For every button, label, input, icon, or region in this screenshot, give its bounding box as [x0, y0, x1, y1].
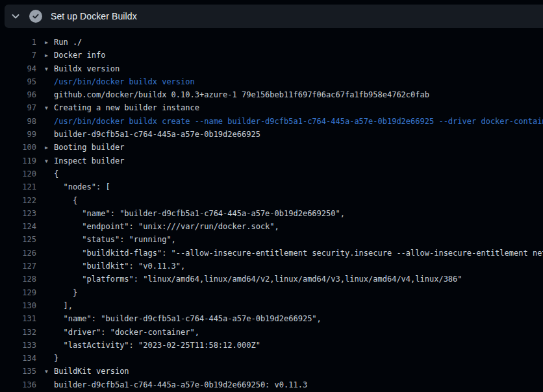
group-row-body[interactable]: ▼Inspect builder — [45, 154, 124, 167]
log-group-row[interactable]: 1▶Run ./ — [0, 36, 543, 49]
line-number[interactable]: 100 — [0, 141, 36, 154]
expand-group-icon[interactable]: ▶ — [45, 36, 54, 49]
line-number[interactable]: 133 — [0, 339, 36, 352]
log-group-row[interactable]: 100▶Booting builder — [0, 141, 543, 154]
log-text: ], — [45, 299, 73, 312]
log-group-row[interactable]: 119▼Inspect builder — [0, 154, 543, 167]
line-number[interactable]: 124 — [0, 220, 36, 233]
log-lines: 1▶Run ./7▶Docker info94▼Buildx version95… — [0, 28, 543, 392]
command-text: /usr/bin/docker buildx create --name bui… — [45, 115, 543, 128]
group-title: Booting builder — [54, 143, 124, 152]
log-line-row: 128 "platforms": "linux/amd64,linux/amd6… — [0, 273, 543, 286]
log-line-row: 98/usr/bin/docker buildx create --name b… — [0, 115, 543, 128]
log-text: } — [45, 352, 58, 365]
log-text: "buildkit": "v0.11.3", — [45, 260, 185, 273]
step-title: Set up Docker Buildx — [51, 11, 137, 21]
collapse-group-icon[interactable]: ▼ — [45, 155, 54, 167]
log-line-row: 124 "endpoint": "unix:///var/run/docker.… — [0, 220, 543, 233]
group-title: Run ./ — [54, 38, 82, 47]
collapse-group-icon[interactable]: ▼ — [45, 63, 54, 75]
line-number[interactable]: 136 — [0, 378, 36, 391]
log-group-row[interactable]: 94▼Buildx version — [0, 62, 543, 75]
line-number[interactable]: 95 — [0, 75, 36, 88]
log-line-row: 99builder-d9cfb5a1-c764-445a-a57e-0b19d2… — [0, 128, 543, 141]
line-number[interactable]: 98 — [0, 115, 36, 128]
log-text: { — [45, 167, 58, 180]
log-line-row: 125 "status": "running", — [0, 233, 543, 246]
group-title: Docker info — [54, 51, 105, 60]
log-text: "name": "builder-d9cfb5a1-c764-445a-a57e… — [45, 207, 345, 220]
group-row-body[interactable]: ▼Buildx version — [45, 62, 120, 75]
log-line-row: 121 "nodes": [ — [0, 180, 543, 193]
group-row-body[interactable]: ▼Creating a new builder instance — [45, 101, 199, 114]
log-text: "lastActivity": "2023-02-25T11:58:12.000… — [45, 339, 260, 352]
log-text: "name": "builder-d9cfb5a1-c764-445a-a57e… — [45, 312, 322, 325]
log-line-row: 131 "name": "builder-d9cfb5a1-c764-445a-… — [0, 312, 543, 325]
group-title: Creating a new builder instance — [54, 103, 199, 112]
collapse-group-icon[interactable]: ▼ — [45, 102, 54, 114]
log-line-row: 132 "driver": "docker-container", — [0, 326, 543, 339]
log-text: builder-d9cfb5a1-c764-445a-a57e-0b19d2e6… — [45, 378, 307, 391]
line-number[interactable]: 130 — [0, 299, 36, 312]
log-line-row: 126 "buildkitd-flags": "--allow-insecure… — [0, 247, 543, 260]
group-row-body[interactable]: ▼BuildKit version — [45, 365, 129, 378]
command-text: /usr/bin/docker buildx version — [45, 75, 195, 88]
line-number[interactable]: 121 — [0, 180, 36, 193]
line-number[interactable]: 97 — [0, 101, 36, 114]
log-line-row: 96github.com/docker/buildx 0.10.3+azure-… — [0, 88, 543, 101]
group-title: Inspect builder — [54, 156, 124, 165]
line-number[interactable]: 1 — [0, 36, 36, 49]
line-number[interactable]: 125 — [0, 233, 36, 246]
chevron-down-icon[interactable] — [10, 11, 21, 21]
log-text: "endpoint": "unix:///var/run/docker.sock… — [45, 220, 279, 233]
log-text: github.com/docker/buildx 0.10.3+azure-1 … — [45, 88, 429, 101]
log-text: builder-d9cfb5a1-c764-445a-a57e-0b19d2e6… — [45, 128, 260, 141]
log-text: "driver": "docker-container", — [45, 326, 199, 339]
line-number[interactable]: 126 — [0, 247, 36, 260]
log-text: { — [45, 194, 77, 207]
line-number[interactable]: 127 — [0, 260, 36, 273]
group-row-body[interactable]: ▶Docker info — [45, 49, 105, 62]
log-line-row: 123 "name": "builder-d9cfb5a1-c764-445a-… — [0, 207, 543, 220]
expand-group-icon[interactable]: ▶ — [45, 141, 54, 154]
line-number[interactable]: 96 — [0, 88, 36, 101]
log-line-row: 133 "lastActivity": "2023-02-25T11:58:12… — [0, 339, 543, 352]
line-number[interactable]: 135 — [0, 365, 36, 378]
log-group-row[interactable]: 7▶Docker info — [0, 49, 543, 62]
log-line-row: 134} — [0, 352, 543, 365]
log-text: } — [45, 286, 77, 299]
step-header[interactable]: Set up Docker Buildx — [5, 5, 543, 28]
check-circle-icon — [29, 10, 42, 23]
line-number[interactable]: 119 — [0, 154, 36, 167]
line-number[interactable]: 123 — [0, 207, 36, 220]
line-number[interactable]: 131 — [0, 312, 36, 325]
line-number[interactable]: 99 — [0, 128, 36, 141]
line-number[interactable]: 132 — [0, 326, 36, 339]
line-number[interactable]: 94 — [0, 62, 36, 75]
group-row-body[interactable]: ▶Booting builder — [45, 141, 124, 154]
expand-group-icon[interactable]: ▶ — [45, 49, 54, 62]
log-text: "buildkitd-flags": "--allow-insecure-ent… — [45, 247, 543, 260]
log-group-row[interactable]: 97▼Creating a new builder instance — [0, 101, 543, 114]
group-title: BuildKit version — [54, 367, 129, 376]
log-line-row: 122 { — [0, 194, 543, 207]
log-line-row: 136builder-d9cfb5a1-c764-445a-a57e-0b19d… — [0, 378, 543, 391]
log-line-row: 127 "buildkit": "v0.11.3", — [0, 260, 543, 273]
line-number[interactable]: 128 — [0, 273, 36, 286]
line-number[interactable]: 7 — [0, 49, 36, 62]
group-row-body[interactable]: ▶Run ./ — [45, 36, 82, 49]
line-number[interactable]: 122 — [0, 194, 36, 207]
line-number[interactable]: 120 — [0, 167, 36, 180]
group-title: Buildx version — [54, 64, 120, 73]
log-text: "nodes": [ — [45, 180, 110, 193]
log-text: "status": "running", — [45, 233, 176, 246]
collapse-group-icon[interactable]: ▼ — [45, 365, 54, 378]
log-text: "platforms": "linux/amd64,linux/amd64/v2… — [45, 273, 462, 286]
log-line-row: 95/usr/bin/docker buildx version — [0, 75, 543, 88]
log-line-row: 120{ — [0, 167, 543, 180]
log-group-row[interactable]: 135▼BuildKit version — [0, 365, 543, 378]
log-line-row: 129 } — [0, 286, 543, 299]
line-number[interactable]: 134 — [0, 352, 36, 365]
log-line-row: 130 ], — [0, 299, 543, 312]
line-number[interactable]: 129 — [0, 286, 36, 299]
